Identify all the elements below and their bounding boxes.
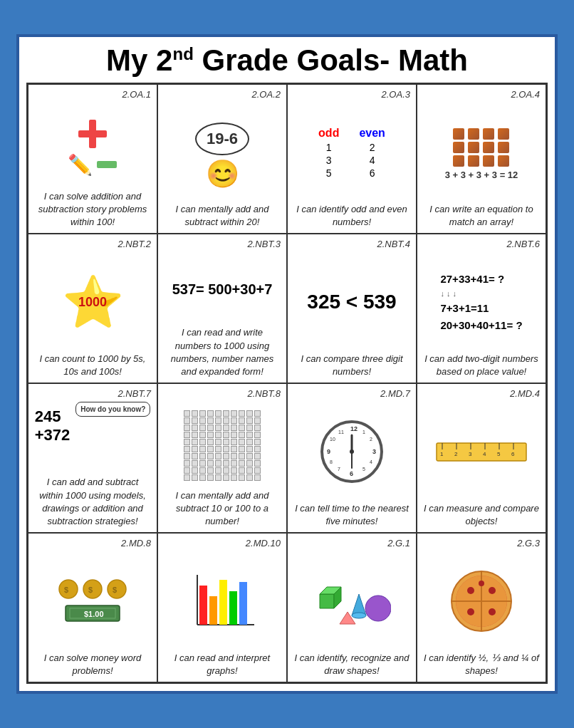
desc-oa2: I can mentally add and subtract within 2…	[164, 203, 281, 229]
coin-icon-2: $	[82, 578, 103, 600]
even-4: 4	[349, 154, 395, 167]
math-oa2: 19-6	[207, 130, 238, 147]
visual-g3	[423, 551, 540, 652]
desc-nbt7: I can add and subtract within 1000 using…	[34, 476, 151, 528]
desc-nbt8: I can mentally add and subtract 10 or 10…	[164, 489, 281, 529]
svg-text:5: 5	[362, 467, 365, 472]
odd-5: 5	[308, 167, 349, 180]
svg-text:1: 1	[440, 451, 444, 457]
svg-text:$: $	[88, 586, 93, 594]
visual-md4: 1 2 3 4 5 6	[423, 402, 540, 502]
cell-g3: 2.G.3	[417, 533, 546, 682]
standard-md8: 2.MD.8	[34, 538, 151, 548]
cell-md4: 2.MD.4 1 2 3 4 5	[417, 383, 546, 533]
odd-header: odd	[308, 125, 349, 141]
standard-g1: 2.G.1	[293, 538, 410, 548]
svg-text:3: 3	[372, 448, 376, 455]
visual-oa1: ✏️	[34, 103, 151, 189]
svg-text:5: 5	[497, 451, 501, 457]
svg-marker-48	[320, 594, 334, 608]
cell-nbt6: 2.NBT.6 27+33+41= ? ↓ ↓ ↓ 7+3+1=11 20+30…	[417, 234, 546, 383]
visual-nbt7: 245 +372 How do you know?	[34, 402, 151, 476]
face-icon: 😊	[206, 158, 239, 189]
visual-nbt8: // Generate 100 grid squares inline for(…	[164, 402, 281, 489]
visual-md10	[164, 551, 281, 652]
visual-nbt2: ⭐ 1000	[34, 252, 151, 353]
cell-md8: 2.MD.8 $ $	[28, 533, 157, 682]
visual-md7: 12 3 6 9 1 2 4 5 11 10 8 7	[293, 402, 410, 502]
svg-point-64	[479, 581, 484, 586]
svg-point-61	[489, 587, 496, 594]
plus-icon	[75, 116, 110, 152]
array-equation: 3 + 3 + 3 + 3 = 12	[445, 170, 518, 180]
svg-point-62	[467, 608, 474, 615]
desc-md7: I can tell time to the nearest five minu…	[293, 502, 410, 528]
svg-point-53	[365, 596, 391, 621]
desc-md8: I can solve money word problems!	[34, 652, 151, 677]
cell-g1: 2.G.1 I can identify, recognize	[287, 533, 417, 682]
cell-oa1: 2.OA.1 ✏️ I can s	[28, 84, 157, 234]
nbt6-math1: 27+33+41= ? ↓ ↓ ↓ 7+3+1=11 20+30+40+11= …	[440, 271, 522, 335]
standard-nbt7: 2.NBT.7	[34, 388, 151, 399]
desc-oa1: I can solve addition and subtraction sto…	[34, 190, 151, 229]
standard-oa2: 2.OA.2	[164, 89, 281, 100]
cell-oa3: 2.OA.3 odd even 1 2	[287, 84, 417, 234]
hundred-grid: // Generate 100 grid squares inline for(…	[184, 410, 261, 481]
svg-text:2: 2	[370, 437, 372, 442]
svg-text:6: 6	[511, 451, 515, 457]
goals-grid: 2.OA.1 ✏️ I can s	[26, 83, 548, 684]
svg-rect-45	[219, 580, 227, 625]
svg-text:10: 10	[330, 437, 335, 442]
visual-nbt3: 537= 500+30+7	[164, 252, 281, 326]
coin-icon-3: $	[106, 578, 127, 600]
standard-nbt4: 2.NBT.4	[293, 239, 410, 249]
nbt7-math: 245 +372	[35, 407, 71, 444]
visual-md8: $ $ $	[34, 551, 151, 652]
desc-oa3: I can identify odd and even numbers!	[293, 203, 410, 229]
standard-nbt2: 2.NBT.2	[34, 239, 151, 249]
svg-text:2: 2	[454, 451, 458, 457]
svg-text:3: 3	[469, 451, 472, 457]
cell-nbt4: 2.NBT.4 325 < 539 I can compare three di…	[287, 234, 417, 383]
odd-even-table: odd even 1 2 3 4	[308, 125, 395, 180]
bill-icon: $1.00	[64, 603, 121, 624]
even-2: 2	[349, 141, 395, 154]
svg-point-18	[350, 449, 354, 454]
ruler-icon: 1 2 3 4 5 6	[435, 440, 528, 464]
svg-text:6: 6	[350, 470, 353, 477]
star-container: ⭐ 1000	[62, 277, 124, 327]
cube	[453, 128, 464, 140]
page: My 2nd Grade Goals- Math 2.OA.1 ✏️	[16, 34, 558, 694]
standard-md4: 2.MD.4	[423, 388, 540, 399]
svg-rect-1	[78, 130, 107, 137]
svg-text:9: 9	[327, 448, 330, 455]
svg-point-63	[489, 608, 496, 615]
svg-rect-44	[209, 596, 217, 625]
coin-icon: $	[58, 578, 79, 600]
thought-bubble: 19-6	[195, 123, 249, 155]
star-number: 1000	[78, 295, 107, 310]
compare-equation: 325 < 539	[307, 291, 396, 313]
odd-1: 1	[308, 141, 349, 154]
odd-3: 3	[308, 154, 349, 167]
oa1-icons: ✏️	[68, 116, 118, 177]
standard-oa1: 2.OA.1	[34, 89, 151, 100]
svg-text:8: 8	[330, 459, 333, 464]
desc-oa4: I can write an equation to match an arra…	[423, 203, 540, 229]
visual-nbt4: 325 < 539	[293, 252, 410, 353]
svg-rect-47	[239, 582, 247, 625]
svg-text:12: 12	[350, 425, 358, 432]
pizza-icon	[449, 569, 513, 633]
standard-md7: 2.MD.7	[293, 388, 410, 399]
visual-oa3: odd even 1 2 3 4	[293, 103, 410, 203]
desc-nbt2: I can count to 1000 by 5s, 10s and 100s!	[34, 353, 151, 378]
how-do-bubble: How do you know?	[75, 402, 150, 417]
desc-nbt6: I can add two-digit numbers based on pla…	[423, 353, 540, 378]
cell-nbt7: 2.NBT.7 245 +372 How do you know? I can …	[28, 383, 157, 533]
clock-icon: 12 3 6 9 1 2 4 5 11 10 8 7	[320, 420, 384, 484]
cell-oa2: 2.OA.2 19-6 😊 I can mentally add and sub…	[157, 84, 287, 234]
desc-g3: I can identify ½, ⅓ and ¼ of shapes!	[423, 652, 540, 677]
standard-oa3: 2.OA.3	[293, 89, 410, 100]
cell-nbt3: 2.NBT.3 537= 500+30+7 I can read and wri…	[157, 234, 287, 383]
standard-g3: 2.G.3	[423, 538, 540, 548]
